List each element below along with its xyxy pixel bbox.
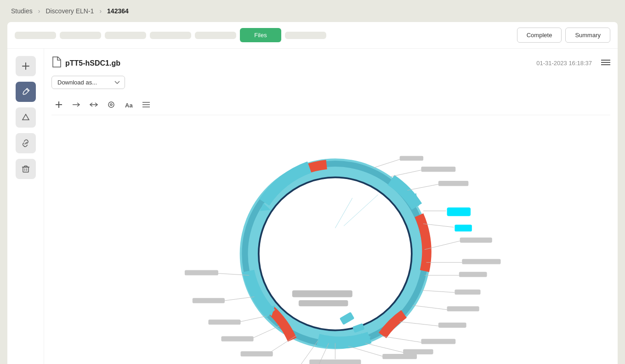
svg-rect-66: [241, 351, 273, 356]
svg-rect-43: [462, 259, 500, 264]
svg-rect-76: [299, 300, 348, 306]
svg-rect-37: [400, 156, 423, 161]
svg-rect-28: [447, 207, 471, 216]
svg-rect-59: [309, 359, 361, 364]
add-feature-button[interactable]: [51, 97, 66, 112]
translate-button[interactable]: [69, 97, 84, 112]
svg-rect-30: [340, 312, 355, 325]
svg-rect-47: [455, 290, 480, 295]
hamburger-button[interactable]: [601, 58, 610, 68]
svg-line-54: [365, 343, 404, 353]
svg-rect-35: [421, 167, 455, 172]
file-name: pTT5-hSDC1.gb: [65, 59, 120, 67]
svg-line-48: [413, 305, 447, 309]
plasmid-svg: [51, 121, 610, 364]
tab-1[interactable]: [15, 32, 56, 39]
breadcrumb-eln[interactable]: Discovery ELN-1: [45, 7, 94, 15]
svg-line-36: [373, 159, 400, 168]
svg-rect-53: [421, 339, 455, 344]
plasmid-area: [51, 121, 610, 364]
svg-line-50: [400, 322, 438, 326]
add-button[interactable]: [16, 56, 36, 76]
topbar: Studies › Discovery ELN-1 › 142364: [0, 0, 625, 22]
complement-button[interactable]: [86, 97, 101, 112]
svg-rect-4: [23, 167, 28, 172]
svg-point-16: [110, 104, 112, 106]
svg-marker-3: [23, 114, 29, 120]
download-select[interactable]: Download as... FASTA GenBank CSV: [51, 76, 125, 89]
download-row: Download as... FASTA GenBank CSV: [51, 76, 610, 89]
tab-2[interactable]: [60, 32, 101, 39]
shape-button[interactable]: [16, 107, 36, 128]
link-button[interactable]: [16, 133, 36, 153]
svg-line-52: [382, 336, 421, 342]
svg-rect-70: [208, 319, 240, 325]
svg-rect-72: [193, 298, 225, 303]
svg-line-69: [236, 316, 266, 323]
breadcrumb-current: 142364: [107, 7, 129, 15]
svg-rect-45: [459, 272, 487, 277]
tab-5[interactable]: [195, 32, 236, 39]
main-container: Files Complete Summary: [7, 22, 618, 364]
file-date: 01-31-2023 16:18:37: [536, 60, 592, 67]
tab-3[interactable]: [105, 32, 146, 39]
svg-line-32: [408, 184, 438, 190]
tab-files[interactable]: Files: [240, 28, 281, 42]
svg-rect-74: [185, 270, 218, 275]
editor-toolbar: Aa: [51, 95, 610, 115]
svg-rect-51: [438, 323, 466, 328]
svg-line-34: [391, 170, 421, 177]
breadcrumb-chevron-2: ›: [99, 7, 102, 15]
toolbar-row: Files Complete Summary: [7, 22, 618, 49]
content-area: pTT5-hSDC1.gb 01-31-2023 16:18:37 Downlo…: [7, 49, 618, 364]
svg-rect-49: [447, 306, 479, 311]
svg-rect-41: [460, 237, 492, 242]
svg-line-78: [344, 195, 378, 226]
tab-4[interactable]: [150, 32, 191, 39]
svg-rect-29: [455, 224, 472, 231]
svg-rect-68: [221, 336, 253, 342]
breadcrumb-studies[interactable]: Studies: [11, 7, 33, 15]
svg-rect-57: [382, 354, 417, 359]
svg-rect-55: [403, 349, 433, 354]
summary-button[interactable]: Summary: [565, 28, 610, 43]
svg-line-56: [348, 346, 385, 357]
svg-text:Aa: Aa: [125, 102, 133, 108]
file-header: pTT5-hSDC1.gb 01-31-2023 16:18:37: [51, 56, 610, 70]
complete-button[interactable]: Complete: [517, 28, 562, 43]
svg-line-67: [249, 326, 279, 340]
list-button[interactable]: [139, 97, 153, 112]
svg-line-71: [221, 297, 254, 301]
file-icon: [51, 56, 62, 70]
font-button[interactable]: Aa: [121, 97, 136, 112]
origin-button[interactable]: [104, 97, 119, 112]
left-sidebar: [7, 49, 44, 364]
svg-rect-75: [292, 291, 352, 297]
svg-line-77: [335, 198, 352, 228]
edit-button[interactable]: [16, 82, 36, 102]
main-content: pTT5-hSDC1.gb 01-31-2023 16:18:37 Downlo…: [44, 49, 618, 364]
svg-point-15: [108, 102, 114, 107]
svg-rect-33: [438, 181, 468, 186]
delete-button[interactable]: [16, 159, 36, 179]
tab-7[interactable]: [285, 32, 326, 39]
svg-line-46: [422, 291, 455, 293]
svg-point-23: [259, 177, 412, 330]
breadcrumb-chevron-1: ›: [38, 7, 40, 15]
